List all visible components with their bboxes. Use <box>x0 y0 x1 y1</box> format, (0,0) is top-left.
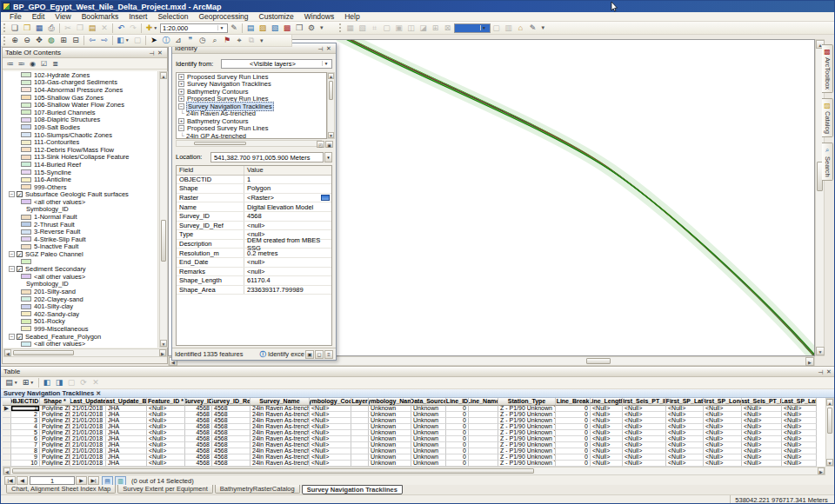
toc-layer-item[interactable]: −✓Sediment Secondary <box>3 265 157 273</box>
menu-file[interactable]: File <box>4 12 27 21</box>
table-cell[interactable]: Unknown <box>411 448 446 454</box>
data-frame-tab[interactable]: Survey Extent per Equipment <box>117 485 213 494</box>
pin-icon[interactable]: ⊤ <box>147 50 156 56</box>
toc-layer-item[interactable]: −✓Subsurface Geologic Fault surfaces <box>3 191 157 199</box>
table-cell[interactable]: 4568 <box>212 412 250 418</box>
table-cell[interactable]: <Null> <box>623 406 666 412</box>
toc-layer-item[interactable]: 116-Anticline <box>3 176 157 183</box>
table-cell[interactable]: <Null> <box>704 406 742 412</box>
table-cell[interactable]: 24in Raven As-trenched <box>250 448 310 454</box>
table-cell[interactable]: 21/01/2018 <box>70 430 106 436</box>
table-cell[interactable]: <Null> <box>623 436 666 442</box>
table-cell[interactable]: <Null> <box>310 406 351 412</box>
layer-visibility-checkbox[interactable]: ✓ <box>17 251 23 257</box>
attribute-grid[interactable]: OBJECTID *Shape *Last_UpdateLast_Update_… <box>3 398 825 467</box>
menu-selection[interactable]: Selection <box>152 12 193 21</box>
table-cell[interactable]: Unknown <box>369 454 411 461</box>
table-cell[interactable]: Polyline ZM <box>40 461 70 467</box>
table-cell[interactable]: 0 <box>556 461 591 467</box>
table-cell[interactable]: 0 <box>556 430 591 436</box>
table-row[interactable]: 7Polyline ZM21/01/2018JHA<Null>456845682… <box>3 442 825 448</box>
table-cell[interactable]: 8 <box>11 448 40 454</box>
menu-bookmarks[interactable]: Bookmarks <box>77 12 124 21</box>
table-cell[interactable]: 4568 <box>212 448 250 454</box>
table-cell[interactable]: 24in Raven As-trenched <box>250 436 310 442</box>
georef-tool-6-icon[interactable]: ◫ <box>405 23 418 34</box>
zoom-to-selected-icon[interactable]: ⟳ <box>77 377 90 388</box>
show-all-records-icon[interactable]: ▤ <box>102 476 113 486</box>
table-cell[interactable]: <Null> <box>623 448 666 454</box>
column-header-line-break[interactable]: Line_Break <box>556 398 591 406</box>
table-cell[interactable]: 3 <box>11 418 40 424</box>
delete-icon[interactable]: ✕ <box>98 23 110 34</box>
map-hscroll-thumb[interactable] <box>586 358 611 364</box>
table-cell[interactable]: <Null> <box>782 406 817 412</box>
switch-selection-icon[interactable]: ◨ <box>53 377 65 388</box>
table-cell[interactable]: Unknown <box>411 454 446 461</box>
toc-layer-item[interactable]: 112-Debris Flow/Mass Flow <box>3 146 157 154</box>
table-cell[interactable]: <Null> <box>666 424 704 430</box>
table-cell[interactable]: <Null> <box>591 461 623 467</box>
row-selector[interactable] <box>3 461 11 467</box>
table-cell[interactable]: <Null> <box>742 418 782 424</box>
last-record-button[interactable]: ▶| <box>88 476 99 485</box>
table-cell[interactable]: <Null> <box>623 461 666 467</box>
table-cell[interactable] <box>469 424 498 430</box>
table-cell[interactable]: 24in Raven As-trenched <box>250 454 310 461</box>
scroll-down-arrow[interactable]: ▼ <box>328 132 334 138</box>
column-header-line-name[interactable]: Line_Name <box>469 398 498 406</box>
expand-icon[interactable]: + <box>178 81 184 87</box>
table-cell[interactable]: <Null> <box>782 436 817 442</box>
collapse-icon[interactable]: − <box>9 266 15 272</box>
table-cell[interactable]: <Null> <box>666 406 704 412</box>
dock-tab-catalog[interactable]: ▨Catalog <box>822 98 833 137</box>
table-cell[interactable]: JHA <box>106 418 147 424</box>
table-cell[interactable]: <Null> <box>666 412 704 418</box>
table-cell[interactable]: JHA <box>106 454 147 461</box>
table-cell[interactable]: 6 <box>11 436 40 442</box>
row-selector[interactable] <box>3 442 11 448</box>
column-header-last-update-by[interactable]: Last_Update_By <box>106 398 147 406</box>
table-cell[interactable]: 10 <box>11 461 40 467</box>
table-cell[interactable]: 0 <box>556 436 591 442</box>
scroll-down-arrow[interactable]: ▼ <box>160 340 167 347</box>
table-cell[interactable]: <Null> <box>742 454 782 461</box>
menu-geoprocessing[interactable]: Geoprocessing <box>193 12 253 21</box>
toc-layer-item[interactable]: −✓SGZ Paleo Channel <box>3 250 157 258</box>
table-cell[interactable]: Polyline ZM <box>40 406 70 412</box>
table-cell[interactable]: <Null> <box>147 436 185 442</box>
column-header-survey-id[interactable]: Survey_ID <box>185 398 212 406</box>
table-row[interactable]: 2Polyline ZM21/01/2018JHA<Null>456845682… <box>3 412 825 418</box>
toc-layer-item[interactable]: 115-Syncline <box>3 169 157 176</box>
scroll-right-arrow[interactable]: ▶ <box>159 349 166 356</box>
table-cell[interactable]: <Null> <box>742 442 782 448</box>
sketch-tool-icon[interactable]: ✎ <box>527 23 539 34</box>
table-cell[interactable]: <Null> <box>704 430 742 436</box>
toolbar-grip[interactable] <box>3 23 6 32</box>
first-record-button[interactable]: |◀ <box>4 476 16 485</box>
toc-title-bar[interactable]: Table Of Contents ⊤ ✕ <box>3 48 167 58</box>
table-cell[interactable]: 4568 <box>185 418 212 424</box>
raster-icon[interactable] <box>321 195 330 201</box>
grid-vscroll-thumb[interactable] <box>827 408 832 434</box>
copy-icon[interactable]: ❐ <box>74 23 86 34</box>
scroll-left-arrow[interactable]: ◀ <box>3 468 10 474</box>
column-header-first-sp-lat[interactable]: First_SP_Lat <box>666 398 704 406</box>
record-number-input[interactable]: 1 <box>30 476 75 485</box>
toc-layer-item[interactable]: 107-Buried Channels <box>3 109 157 116</box>
table-row[interactable]: 4Polyline ZM21/01/2018JHA<Null>456845682… <box>3 424 825 430</box>
table-cell[interactable] <box>351 430 369 436</box>
column-header-data-source[interactable]: Data_Source <box>411 398 446 406</box>
table-cell[interactable]: Unknown <box>369 430 411 436</box>
table-cell[interactable]: 21/01/2018 <box>70 461 106 467</box>
table-cell[interactable]: 0 <box>446 442 469 448</box>
table-row[interactable]: 8Polyline ZM21/01/2018JHA<Null>456845682… <box>3 448 825 454</box>
table-cell[interactable]: 4568 <box>212 454 250 461</box>
toc-layer-item[interactable]: Symbology_ID <box>3 206 157 214</box>
table-cell[interactable]: JHA <box>106 430 147 436</box>
table-cell[interactable]: 21/01/2018 <box>70 448 106 454</box>
fixed-zoom-in-icon[interactable]: ⊞ <box>57 35 70 46</box>
table-cell[interactable]: 21/01/2018 <box>70 418 106 424</box>
column-header-shape-[interactable]: Shape * <box>40 398 70 406</box>
menu-insert[interactable]: Insert <box>124 12 152 21</box>
